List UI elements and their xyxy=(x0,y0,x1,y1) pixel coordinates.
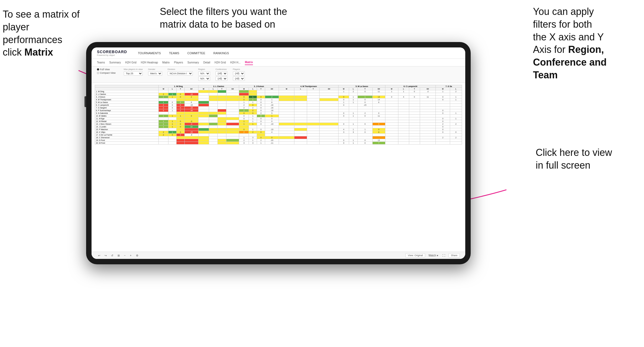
nav-committee[interactable]: COMMITTEE xyxy=(187,50,205,56)
toolbar-right: View: Original Watch ▾ ⛶ Share xyxy=(405,253,460,258)
table-row: 18. C Sherwood130022 xyxy=(95,136,462,139)
top-navigation: SCOREBOARD Powered by clippd TOURNAMENTS… xyxy=(92,47,465,59)
table-row: 10. B Valdes1110010101011 xyxy=(95,115,462,117)
tablet-side-button xyxy=(84,96,86,107)
subnav-teams[interactable]: Teams xyxy=(97,60,105,65)
nav-teams[interactable]: TEAMS xyxy=(169,50,179,56)
max-players-select[interactable]: Top 25 xyxy=(124,71,143,76)
filter-gender: Gender Men's xyxy=(148,68,162,76)
subnav-h2h-grid2[interactable]: H2H Grid xyxy=(214,60,226,65)
subnav-h2h-grid[interactable]: H2H Grid xyxy=(125,60,136,65)
logo: SCOREBOARD Powered by clippd xyxy=(97,50,127,56)
subnav-summary2[interactable]: Summary xyxy=(187,60,199,65)
filters-row: Full View Compact View Max players in vi… xyxy=(92,66,465,83)
col-header-1: 1. W Ding xyxy=(159,85,198,88)
nav-tournaments[interactable]: TOURNAMENTS xyxy=(138,50,161,56)
fullscreen-button[interactable]: ⛶ xyxy=(441,253,446,258)
subnav-matrix[interactable]: Matrix xyxy=(162,60,170,65)
zoom-plus-button[interactable]: + xyxy=(129,253,133,258)
nav-rankings[interactable]: RANKINGS xyxy=(213,50,229,56)
table-row: 1. W Ding12011110-212 xyxy=(95,90,462,93)
table-row: 5. M La Sasso100611061106 xyxy=(95,101,462,104)
table-row: 2. L Clanton210-16 xyxy=(95,93,462,96)
filter-max-players: Max players in view Top 25 xyxy=(124,68,143,76)
table-row: 7. G Sargent200-16220-16 xyxy=(95,107,462,109)
share-button[interactable]: Share xyxy=(448,253,460,258)
view-original-button[interactable]: View: Original xyxy=(405,253,425,258)
undo-button[interactable]: ↩ xyxy=(97,253,101,258)
subnav-players[interactable]: Players xyxy=(174,60,183,65)
col-header-6: 6. C Lamprecht xyxy=(385,85,436,88)
col-header-5: 5. M La Sasso xyxy=(339,85,385,88)
redo-button[interactable]: ↪ xyxy=(103,253,108,258)
subnav-summary[interactable]: Summary xyxy=(109,60,121,65)
table-row: 17. S De La Fuente200-8 xyxy=(95,134,462,136)
table-row: 14. J Lundin110100 xyxy=(95,126,462,128)
logo-title: SCOREBOARD xyxy=(97,50,127,54)
conference-select-2[interactable]: (All) xyxy=(216,76,227,81)
table-row: 6. C Lamprecht200-16200-160-15 xyxy=(95,104,462,107)
subnav-matrix2[interactable]: Matrix xyxy=(245,60,253,65)
view-options: Full View Compact View xyxy=(97,68,116,74)
matrix-table: 1. W Ding 2. L Clanton 3. J Koivun 4. M … xyxy=(95,85,462,144)
conference-select-1[interactable]: (All) xyxy=(216,71,227,76)
table-row: 16. K Vilips210-252204330800 xyxy=(95,131,462,134)
filter-region: Region N/A N/A xyxy=(198,68,210,81)
grid-button[interactable]: ⊞ xyxy=(116,253,121,258)
table-row: 3. J Koivun11020102011130401101 xyxy=(95,96,462,98)
table-row: 9. N Gabrelcik0009012001 xyxy=(95,112,462,115)
col-header-3: 3. J Koivun xyxy=(239,85,279,88)
table-row: 4. M Thorbjornsen01010101401 xyxy=(95,98,462,101)
players-select-2[interactable]: (All) xyxy=(233,76,245,81)
logo-subtitle: Powered by clippd xyxy=(97,54,127,56)
annotation-top-center: Select the filters you want the matrix d… xyxy=(160,5,290,31)
annotation-bottom-right: Click here to view in full screen xyxy=(536,146,628,172)
table-row: 13. J Skov Olesen110-3110-19010022 xyxy=(95,123,462,126)
gender-select[interactable]: Men's xyxy=(148,71,162,76)
col-header-4: 4. M Thorbjornsen xyxy=(279,85,339,88)
settings-button[interactable]: ⚙ xyxy=(135,253,139,258)
compact-view-radio[interactable] xyxy=(97,72,99,74)
subnav-detail[interactable]: Detail xyxy=(203,60,210,65)
refresh-button[interactable]: ↺ xyxy=(110,253,114,258)
zoom-minus-button[interactable]: − xyxy=(123,253,127,258)
col-header-7: 7. G Sa xyxy=(436,85,462,88)
tablet: SCOREBOARD Powered by clippd TOURNAMENTS… xyxy=(86,42,471,264)
table-row: 12. M Riedel110-611000 xyxy=(95,120,462,123)
compact-view-option[interactable]: Compact View xyxy=(97,72,116,74)
col-header-2: 2. L Clanton xyxy=(198,85,239,88)
table-row: 15. P Maichon010-1941100 xyxy=(95,128,462,131)
subnav-h2h-h[interactable]: H2H H... xyxy=(230,60,240,65)
table-row: 19. D Ford212-2001013 xyxy=(95,139,462,142)
division-select[interactable]: NCAA Division I xyxy=(168,71,193,76)
col-header-empty xyxy=(95,85,159,88)
tablet-screen: SCOREBOARD Powered by clippd TOURNAMENTS… xyxy=(92,47,465,259)
filter-division: Division NCAA Division I xyxy=(168,68,193,76)
table-row: 11. M Ege010001 xyxy=(95,117,462,120)
region-select-1[interactable]: N/A xyxy=(198,71,210,76)
full-view-option[interactable]: Full View xyxy=(97,68,116,71)
bottom-toolbar: ↩ ↪ ↺ ⊞ − + ⚙ View: Original Watch ▾ ⛶ S… xyxy=(92,252,465,259)
watch-button[interactable]: Watch ▾ xyxy=(427,253,439,258)
sub-navigation: Teams Summary H2H Grid H2H Heatmap Matri… xyxy=(92,59,465,66)
full-view-radio[interactable] xyxy=(97,68,99,70)
filter-players: Players (All) (All) xyxy=(233,68,245,81)
annotation-top-right: You can apply filters for both the X axi… xyxy=(533,5,636,82)
region-select-2[interactable]: N/A xyxy=(198,76,210,81)
toolbar-left: ↩ ↪ ↺ ⊞ − + ⚙ xyxy=(97,253,139,258)
filter-conference: Conference (All) (All) xyxy=(216,68,227,81)
table-row: 20. M Ford331-110107 xyxy=(95,142,462,144)
matrix-content[interactable]: 1. W Ding 2. L Clanton 3. J Koivun 4. M … xyxy=(92,83,465,252)
players-select-1[interactable]: (All) xyxy=(233,71,245,76)
table-row: 8. P Summerhays512-48220-160 xyxy=(95,109,462,112)
subnav-h2h-heatmap[interactable]: H2H Heatmap xyxy=(141,60,158,65)
annotation-top-left: To see a matrix of player performances c… xyxy=(3,8,89,59)
